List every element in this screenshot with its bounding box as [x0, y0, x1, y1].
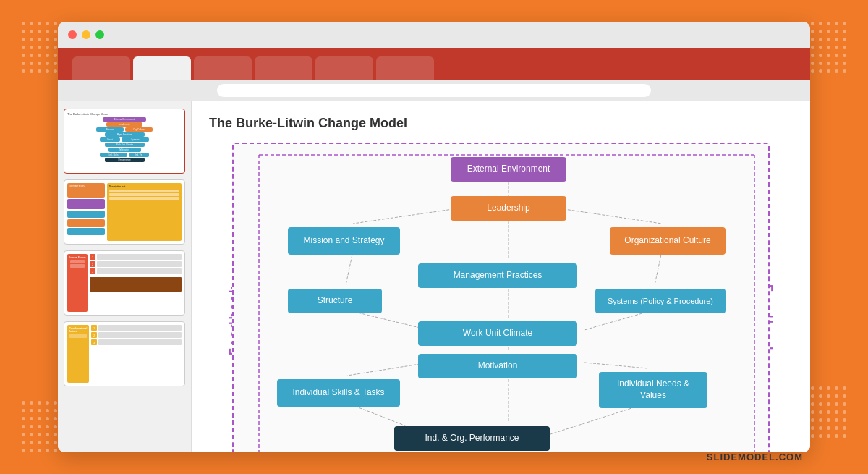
thumb3-row3: 3	[90, 268, 182, 274]
node-structure: Structure	[288, 289, 382, 313]
browser-titlebar	[58, 22, 810, 48]
thumb2-cell3	[67, 211, 105, 218]
thumb3-left: External Factors	[67, 254, 88, 312]
node-ind-skills-tasks: Individual Skills & Tasks	[277, 379, 400, 407]
svg-line-4	[346, 251, 353, 285]
thumb4-bar2	[98, 332, 182, 338]
node-ind-org-performance: Ind. & Org. Performance	[394, 426, 550, 451]
tab-4[interactable]	[255, 56, 312, 80]
thumb3-row1: 1	[90, 254, 182, 260]
thumb1-node-perf: Performance	[105, 158, 145, 162]
node-external-environment: External Environment	[451, 157, 566, 182]
thumb2-left: External Factors	[67, 183, 105, 241]
node-work-unit-climate: Work Unit Climate	[418, 321, 577, 346]
thumb3-label: External Factors	[69, 256, 86, 259]
node-systems: Systems (Policy & Procedure)	[595, 289, 726, 313]
browser-tab-bar	[58, 48, 810, 80]
slide-thumbnail-4[interactable]: Transformational factors 1 2	[64, 321, 185, 386]
slide-thumbnail-1[interactable]: The Burke-Litwin Change Model External E…	[64, 109, 185, 174]
thumb4-row2: 2	[91, 332, 182, 338]
svg-line-2	[559, 208, 662, 224]
thumb3-sub1	[70, 260, 85, 263]
tab-3[interactable]	[194, 56, 252, 80]
thumb4-layout: Transformational factors 1 2	[67, 325, 182, 383]
node-mission-strategy: Mission and Strategy	[288, 227, 400, 255]
thumb1-node-ind: Ind. Skills	[100, 153, 127, 157]
thumb4-bar1	[98, 325, 182, 331]
thumb4-row3: 3	[91, 339, 182, 345]
thumb3-bar3	[97, 268, 182, 274]
diagram-title: The Burke-Litwin Change Model	[209, 116, 793, 131]
browser-window: The Burke-Litwin Change Model External E…	[58, 22, 810, 452]
node-mgmt-practices: Management Practices	[418, 263, 577, 288]
diagram-inner: External Environment Leadership Mission …	[232, 143, 770, 452]
thumb3-desc	[90, 277, 182, 292]
thumb3-row2: 2	[90, 261, 182, 267]
thumb1-node-inv: Ind. Val	[129, 153, 149, 157]
thumb4-right: 1 2 3	[91, 325, 182, 383]
node-org-culture: Organizational Culture	[610, 227, 726, 255]
thumb3-sub2	[70, 264, 85, 268]
url-input[interactable]	[217, 84, 651, 97]
thumb3-num3: 3	[90, 268, 95, 274]
thumb3-right: 1 2 3	[90, 254, 182, 312]
browser-content: The Burke-Litwin Change Model External E…	[58, 101, 810, 452]
thumb1-node-mot: Motivation	[109, 148, 141, 152]
thumb3-bar2	[97, 261, 182, 267]
thumb2-right: Description text	[107, 183, 182, 241]
svg-line-5	[655, 251, 662, 285]
close-button[interactable]	[68, 30, 77, 39]
thumb1-node-wuc: Work Unit Climate	[105, 143, 145, 147]
thumb2-cell1: External Factors	[67, 183, 105, 198]
thumb1-node-ext: External Environment	[103, 117, 146, 122]
thumb4-num3: 3	[91, 339, 97, 345]
thumb4-bar3	[98, 339, 182, 345]
thumb3-bar1	[97, 254, 182, 260]
thumb1-node-mgmt: Mgmt Practices	[105, 132, 145, 137]
tab-5[interactable]	[315, 56, 373, 80]
thumb1-node-str: Struct	[100, 137, 120, 142]
thumb1-node-org: Org Culture	[125, 127, 153, 132]
thumb4-row1: 1	[91, 325, 182, 331]
thumb1-node-sys: Systems	[122, 137, 149, 142]
tab-1[interactable]	[72, 56, 130, 80]
thumb2-cell4	[67, 219, 105, 227]
svg-line-1	[353, 208, 458, 224]
thumb4-sub	[69, 334, 87, 338]
thumb1-diagram: External Environment Leadership Mission …	[67, 117, 182, 162]
svg-line-14	[584, 363, 647, 368]
thumb2-cell5	[67, 228, 105, 235]
node-leadership: Leadership	[451, 196, 566, 221]
thumb4-label: Transformational factors	[69, 327, 87, 333]
diagram-container: Feedback Feedback	[209, 143, 793, 452]
thumb3-num2: 2	[90, 261, 95, 267]
slide-thumbnail-3[interactable]: External Factors 1 2	[64, 250, 185, 316]
thumb4-left: Transformational factors	[67, 325, 89, 383]
main-content: The Burke-Litwin Change Model Feedback F…	[192, 101, 810, 452]
slide-thumbnail-2[interactable]: External Factors Description text	[64, 179, 185, 245]
minimize-button[interactable]	[82, 30, 90, 39]
maximize-button[interactable]	[95, 30, 104, 39]
browser-addressbar	[58, 80, 810, 101]
thumb3-layout: External Factors 1 2	[67, 254, 182, 312]
thumb1-node-mis: Mission	[96, 127, 124, 132]
svg-line-13	[347, 363, 429, 376]
node-ind-needs-values: Individual Needs & Values	[599, 372, 707, 408]
node-motivation: Motivation	[418, 354, 577, 378]
tab-2[interactable]	[133, 56, 191, 80]
thumb1-node-lead: Leadership	[106, 122, 142, 127]
tab-6[interactable]	[376, 56, 434, 80]
slide-panel: The Burke-Litwin Change Model External E…	[58, 101, 192, 452]
thumb1-title: The Burke-Litwin Change Model	[67, 112, 182, 116]
watermark: SLIDEMODEL.COM	[707, 452, 803, 462]
thumb4-num2: 2	[91, 332, 97, 338]
thumb2-cell2	[67, 199, 105, 209]
thumb4-num1: 1	[91, 325, 97, 331]
thumb3-num1: 1	[90, 254, 95, 260]
